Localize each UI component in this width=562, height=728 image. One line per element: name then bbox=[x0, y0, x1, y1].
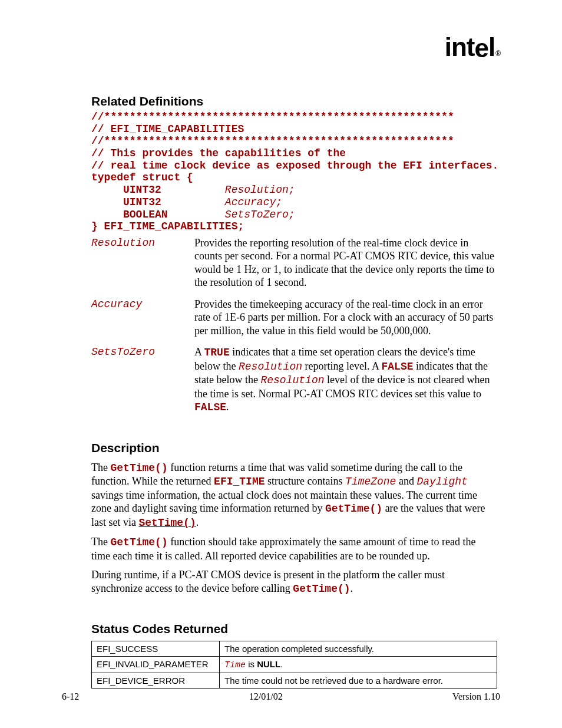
params-list: Resolution Provides the reporting resolu… bbox=[91, 236, 497, 414]
table-row: EFI_INVALID_PARAMETER Time is NULL. bbox=[92, 657, 497, 673]
code-block: //**************************************… bbox=[91, 111, 497, 233]
page: intel® Related Definitions //***********… bbox=[0, 0, 562, 728]
footer-date: 12/01/02 bbox=[249, 691, 283, 702]
intel-logo: intel® bbox=[445, 32, 500, 62]
param-name: SetsToZero bbox=[91, 345, 194, 358]
param-desc: Provides the reporting resolution of the… bbox=[194, 236, 497, 289]
heading-related-definitions: Related Definitions bbox=[91, 94, 497, 108]
status-desc: The operation completed successfully. bbox=[220, 641, 497, 657]
status-desc: The time could not be retrieved due to a… bbox=[220, 673, 497, 689]
status-code: EFI_DEVICE_ERROR bbox=[92, 673, 220, 689]
heading-description: Description bbox=[91, 441, 497, 455]
description-paragraph: During runtime, if a PC-AT CMOS device i… bbox=[91, 568, 497, 595]
description-paragraph: The GetTime() function should take appro… bbox=[91, 535, 497, 562]
footer-page-number: 6-12 bbox=[62, 691, 79, 702]
description-body: The GetTime() function returns a time th… bbox=[91, 461, 497, 596]
status-code: EFI_INVALID_PARAMETER bbox=[92, 657, 220, 673]
footer-version: Version 1.10 bbox=[452, 691, 500, 702]
param-name: Accuracy bbox=[91, 298, 194, 310]
status-desc: Time is NULL. bbox=[220, 657, 497, 673]
param-name: Resolution bbox=[91, 236, 194, 249]
param-setstozero: SetsToZero A TRUE indicates that a time … bbox=[91, 345, 497, 414]
heading-status-codes: Status Codes Returned bbox=[91, 622, 497, 636]
table-row: EFI_DEVICE_ERROR The time could not be r… bbox=[92, 673, 497, 689]
status-codes-table: EFI_SUCCESS The operation completed succ… bbox=[91, 641, 497, 689]
status-code: EFI_SUCCESS bbox=[92, 641, 220, 657]
param-desc: Provides the timekeeping accuracy of the… bbox=[194, 298, 497, 338]
param-accuracy: Accuracy Provides the timekeeping accura… bbox=[91, 298, 497, 338]
page-footer: 6-12 12/01/02 Version 1.10 bbox=[62, 691, 500, 702]
param-resolution: Resolution Provides the reporting resolu… bbox=[91, 236, 497, 289]
param-desc: A TRUE indicates that a time set operati… bbox=[194, 345, 497, 414]
table-row: EFI_SUCCESS The operation completed succ… bbox=[92, 641, 497, 657]
description-paragraph: The GetTime() function returns a time th… bbox=[91, 461, 497, 530]
